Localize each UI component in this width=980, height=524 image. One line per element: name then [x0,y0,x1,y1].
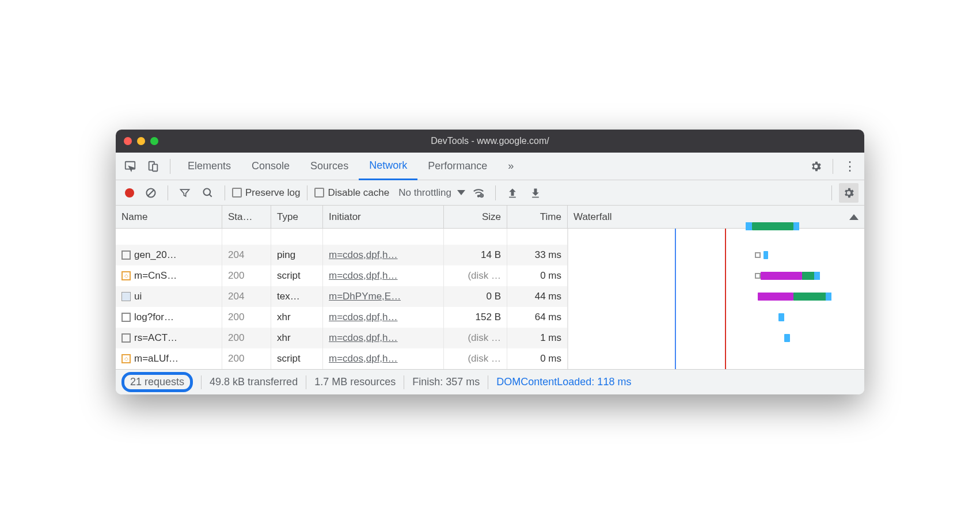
cell-initiator[interactable]: m=cdos,dpf,h… [329,312,398,323]
cell-type: xhr [271,307,323,328]
script-icon: ◇ [121,354,131,363]
separator [833,159,833,174]
separator [307,185,307,200]
table-row[interactable]: rs=ACT…200xhrm=cdos,dpf,h…(disk …1 ms [116,328,568,348]
load-line [725,229,726,369]
throttling-value: No throttling [398,187,451,199]
cell-time: 0 ms [507,348,568,369]
record-button-icon[interactable] [125,188,134,198]
waterfall-bar-segment [814,272,820,280]
tab-network[interactable]: Network [359,153,417,180]
file-icon [121,333,131,343]
maximize-icon[interactable] [150,137,158,145]
table-row[interactable]: gen_20…204pingm=cdos,dpf,h…14 B33 ms [116,245,568,265]
col-type[interactable]: Type [271,206,323,228]
cell-time: 1 ms [507,328,568,348]
settings-icon[interactable] [806,157,826,176]
close-icon[interactable] [124,137,132,145]
cell-initiator[interactable]: m=cdos,dpf,h… [329,249,398,261]
waterfall-bar[interactable] [778,313,784,321]
col-initiator[interactable]: Initiator [323,206,444,228]
separator [495,185,496,200]
disable-cache-checkbox[interactable]: Disable cache [314,187,389,199]
waterfall-bar-segment [793,293,826,301]
col-size[interactable]: Size [444,206,507,228]
cell-size: 14 B [444,245,507,265]
device-toggle-icon[interactable] [143,157,163,176]
panel-settings-icon[interactable] [839,183,859,203]
cell-status: 200 [222,307,271,328]
cell-initiator[interactable]: m=cdos,dpf,h… [329,332,398,344]
col-status[interactable]: Sta… [222,206,271,228]
tab-performance[interactable]: Performance [417,153,497,180]
script-icon: ◇ [121,271,131,280]
network-conditions-icon[interactable] [469,183,488,203]
waterfall-area [568,229,864,369]
col-time[interactable]: Time [507,206,568,228]
titlebar: DevTools - www.google.com/ [116,130,864,153]
throttling-select[interactable]: No throttling [398,187,465,199]
table-body: gen_20…204pingm=cdos,dpf,h…14 B33 ms◇m=C… [116,229,568,369]
sort-ascending-icon [849,214,859,220]
minimize-icon[interactable] [137,137,145,145]
cell-initiator[interactable]: m=cdos,dpf,h… [329,353,398,364]
waterfall-bar[interactable] [764,251,768,259]
queueing-marker [755,252,761,258]
separator [225,185,225,200]
cell-size: 0 B [444,286,507,307]
tab-console[interactable]: Console [241,153,300,180]
waterfall-bar-segment [746,222,751,230]
waterfall-bar[interactable] [784,334,790,342]
image-icon [121,292,131,301]
cell-status: 200 [222,328,271,348]
finish-stat: Finish: 357 ms [404,376,488,388]
cell-type: xhr [271,328,323,348]
waterfall-bar-segment [802,272,814,280]
preserve-log-checkbox[interactable]: Preserve log [232,187,300,199]
cell-time: 44 ms [507,286,568,307]
waterfall-bar[interactable] [761,272,802,280]
queueing-marker [755,273,761,279]
col-name[interactable]: Name [116,206,222,228]
clear-icon[interactable] [141,183,161,203]
kebab-menu-icon[interactable]: ⋮ [840,157,860,176]
domcontentloaded-line [675,229,676,369]
inspect-element-icon[interactable] [120,157,140,176]
filter-icon[interactable] [175,183,195,203]
waterfall-bar[interactable] [752,222,793,230]
waterfall-bar[interactable] [758,293,793,301]
search-icon[interactable] [198,183,218,203]
download-har-icon[interactable] [526,183,545,203]
separator [831,185,832,200]
svg-rect-9 [509,196,516,198]
cell-size: (disk … [444,328,507,348]
file-icon [121,313,131,322]
upload-har-icon[interactable] [503,183,522,203]
table-row[interactable]: log?for…200xhrm=cdos,dpf,h…152 B64 ms [116,307,568,328]
cell-initiator[interactable]: m=DhPYme,E… [329,291,401,302]
cell-time: 33 ms [507,245,568,265]
table-row[interactable]: ui204tex…m=DhPYme,E…0 B44 ms [116,286,568,307]
cell-status: 204 [222,286,271,307]
devtools-window: DevTools - www.google.com/ Elements Cons… [116,130,864,394]
network-toolbar: Preserve log Disable cache No throttling [116,180,864,206]
cell-time: 0 ms [507,265,568,286]
cell-name: ui [134,291,142,302]
tab-elements[interactable]: Elements [177,153,241,180]
col-waterfall[interactable]: Waterfall [568,206,864,228]
preserve-log-label: Preserve log [245,187,300,199]
cell-type: script [271,265,323,286]
cell-initiator[interactable]: m=cdos,dpf,h… [329,270,398,282]
tabs-more-icon[interactable]: » [497,153,524,180]
checkbox-icon [232,188,242,198]
cell-type: script [271,348,323,369]
resources-stat: 1.7 MB resources [306,376,404,388]
cell-status: 200 [222,348,271,369]
disable-cache-label: Disable cache [328,187,389,199]
chevron-down-icon [457,190,465,195]
cell-size: 152 B [444,307,507,328]
table-row[interactable]: ◇m=aLUf…200scriptm=cdos,dpf,h…(disk …0 m… [116,348,568,369]
table-row[interactable]: ◇m=CnS…200scriptm=cdos,dpf,h…(disk …0 ms [116,265,568,286]
main-tabbar: Elements Console Sources Network Perform… [116,153,864,180]
tab-sources[interactable]: Sources [300,153,359,180]
